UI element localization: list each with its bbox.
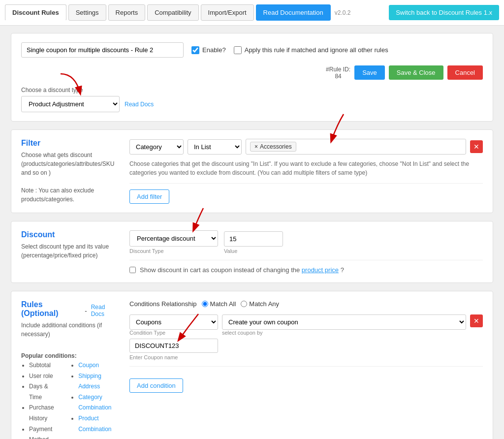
tab-reports[interactable]: Reports	[108, 4, 146, 21]
condition-block: Coupons Subtotal User Role Days & Time C…	[129, 314, 483, 360]
product-combo-link[interactable]: Product Combination	[78, 415, 111, 433]
rule-id-text: #Rule ID: 84	[326, 66, 350, 80]
rules-dash: -	[85, 307, 87, 314]
match-any-radio[interactable]	[241, 301, 247, 307]
show-as-coupon-checkbox[interactable]	[129, 267, 136, 273]
discount-type-field: Percentage discount Fixed discount Fixed…	[129, 230, 218, 254]
read-docs-link[interactable]: Read Docs	[125, 101, 154, 108]
filter-type-select[interactable]: Category Product SKU	[129, 139, 184, 155]
filter-delete-button[interactable]: ✕	[470, 140, 483, 153]
read-documentation-button[interactable]: Read Documentation	[256, 4, 331, 21]
popular-conditions-list: Popular conditions: Subtotal User role D…	[21, 351, 120, 439]
save-button[interactable]: Save	[354, 65, 385, 80]
top-nav: Discount Rules Settings Reports Compatib…	[0, 0, 504, 26]
category-combo-link[interactable]: Category Combination	[78, 394, 111, 411]
popular-item-payment: Payment Method	[29, 424, 61, 439]
conditions-relationship: Conditions Relationship Match All Match …	[129, 300, 483, 308]
coupon-name-wrapper: Enter Coupon name	[129, 339, 483, 360]
popular-item-subtotal: Subtotal	[29, 360, 61, 371]
match-any-radio-label[interactable]: Match Any	[241, 300, 279, 308]
coupon-name-input[interactable]	[129, 339, 218, 353]
popular-item-shipping: Shipping Address	[78, 371, 120, 392]
rules-section-left: Rules (Optional) - Read Docs Include add…	[21, 300, 120, 439]
apply-rule-checkbox-group: Apply this rule if matched and ignore al…	[234, 46, 388, 54]
cancel-button[interactable]: Cancel	[447, 65, 483, 80]
condition-type-wrapper: Coupons Subtotal User Role Days & Time C…	[129, 314, 218, 336]
discount-type-row: Product Adjustment Cart Discount Buy X G…	[21, 96, 483, 112]
shipping-link[interactable]: Shipping Address	[78, 373, 101, 390]
enable-checkbox-group: Enable?	[191, 46, 226, 54]
discount-type-select[interactable]: Product Adjustment Cart Discount Buy X G…	[21, 96, 120, 112]
discount-value-field-label: Value	[224, 248, 283, 254]
discount-value-input[interactable]	[224, 231, 283, 247]
discount-type-dropdown[interactable]: Percentage discount Fixed discount Fixed…	[129, 230, 218, 247]
filter-tag-accessories: × Accessories	[250, 142, 296, 152]
apply-rule-label: Apply this rule if matched and ignore al…	[245, 46, 388, 54]
match-all-radio-label[interactable]: Match All	[202, 300, 236, 308]
rules-desc-text: Include additional conditions (if necess…	[21, 321, 120, 339]
add-condition-button[interactable]: Add condition	[129, 378, 183, 393]
condition-type-select[interactable]: Coupons Subtotal User Role Days & Time	[129, 314, 218, 330]
conditions-relationship-label: Conditions Relationship	[129, 300, 197, 308]
discount-desc: Select discount type and its value (perc…	[21, 242, 120, 260]
match-any-label: Match Any	[249, 300, 279, 308]
popular-item-purchase: Purchase History	[29, 403, 61, 424]
rules-card: Rules (Optional) - Read Docs Include add…	[11, 291, 493, 439]
rule-card: Enable? Apply this rule if matched and i…	[11, 33, 493, 122]
popular-left-list: Subtotal User role Days & Time Purchase …	[21, 360, 61, 439]
apply-rule-checkbox[interactable]	[234, 46, 242, 54]
filter-row: Category Product SKU In List Not In List…	[129, 139, 483, 155]
discount-section-right: Percentage discount Fixed discount Fixed…	[129, 230, 483, 274]
filter-separator	[129, 183, 483, 184]
popular-item-coupon: Coupon	[78, 360, 120, 371]
discount-section-layout: Discount Select discount type and its va…	[21, 230, 483, 274]
rule-header: Enable? Apply this rule if matched and i…	[21, 42, 483, 80]
match-all-label: Match All	[210, 300, 236, 308]
coupon-link[interactable]: Coupon	[78, 362, 99, 369]
rules-separator	[129, 366, 483, 367]
filter-condition-select[interactable]: In List Not In List	[188, 139, 242, 155]
discount-separator	[129, 260, 483, 260]
condition-value-wrapper: Create your own coupon Use existing coup…	[222, 314, 466, 336]
popular-item-days: Days & Time	[29, 381, 61, 403]
discount-section-left: Discount Select discount type and its va…	[21, 230, 120, 274]
condition-type-label: Condition Type	[129, 330, 218, 336]
filter-tag-input[interactable]: × Accessories	[246, 139, 466, 155]
tab-import-export[interactable]: Import/Export	[201, 4, 254, 21]
tab-settings[interactable]: Settings	[68, 4, 106, 21]
rules-section-layout: Rules (Optional) - Read Docs Include add…	[21, 300, 483, 439]
filter-desc-text1: Choose what gets discount (products/cate…	[21, 152, 114, 176]
match-all-radio[interactable]	[202, 301, 208, 307]
popular-columns: Subtotal User role Days & Time Purchase …	[21, 360, 120, 439]
enable-label: Enable?	[202, 46, 226, 54]
save-close-button[interactable]: Save & Close	[389, 65, 443, 80]
switch-back-button[interactable]: Switch back to Discount Rules 1.x	[389, 5, 499, 20]
main-content: Enable? Apply this rule if matched and i…	[3, 26, 501, 439]
product-price-link[interactable]: product price	[302, 266, 339, 274]
rules-section-right: Conditions Relationship Match All Match …	[129, 300, 483, 439]
condition-value-select[interactable]: Create your own coupon Use existing coup…	[222, 314, 466, 330]
rule-name-input[interactable]	[21, 42, 184, 58]
popular-item-category-combo: Category Combination	[78, 392, 120, 413]
filter-section-left: Filter Choose what gets discount (produc…	[21, 139, 120, 204]
tab-compatibility[interactable]: Compatibility	[147, 4, 198, 21]
rules-read-docs-link[interactable]: Read Docs	[91, 304, 120, 317]
tab-discount-rules[interactable]: Discount Rules	[5, 4, 66, 21]
tag-label: Accessories	[260, 143, 292, 150]
popular-title: Popular conditions:	[21, 352, 77, 359]
rules-title: Rules (Optional)	[21, 300, 81, 318]
add-filter-button[interactable]: Add filter	[129, 189, 169, 204]
popular-item-userrole: User role	[29, 371, 61, 382]
coupon-name-label: Enter Coupon name	[129, 354, 483, 360]
condition-delete-button[interactable]: ✕	[470, 314, 483, 327]
filter-title: Filter	[21, 139, 120, 148]
filter-hint: Choose categories that get the discount …	[129, 159, 483, 177]
tag-close-icon[interactable]: ×	[254, 143, 258, 150]
discount-type-section: Choose a discount type Product Adjustmen…	[21, 87, 483, 112]
popular-item-product-combo: Product Combination	[78, 413, 120, 435]
filter-section-right: Category Product SKU In List Not In List…	[129, 139, 483, 204]
discount-type-label: Choose a discount type	[21, 87, 483, 94]
coupon-checkbox-suffix: ?	[341, 266, 344, 274]
discount-inputs: Percentage discount Fixed discount Fixed…	[129, 230, 483, 254]
enable-checkbox[interactable]	[191, 46, 199, 54]
